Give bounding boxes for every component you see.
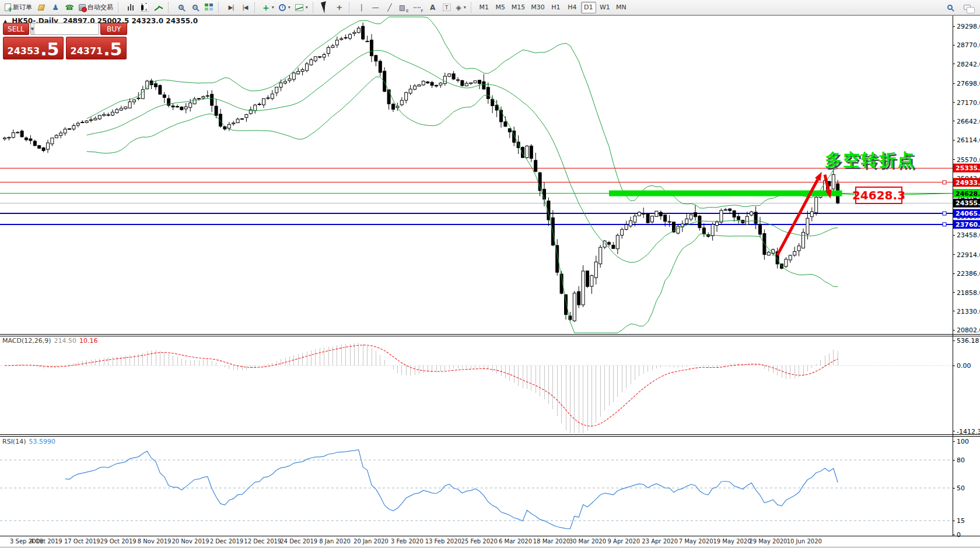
date-label: 4 Oct 2019 [30, 538, 62, 545]
svg-text:25335.7: 25335.7 [956, 164, 980, 172]
date-label: 7 May 2020 [679, 538, 713, 545]
toolbar-separator [218, 2, 222, 13]
svg-text:27698.0: 27698.0 [957, 80, 980, 87]
indicators-icon: + [262, 3, 270, 12]
fibonacci-button[interactable]: F [411, 1, 426, 14]
search-button[interactable] [943, 1, 957, 14]
svg-text:24933.8: 24933.8 [956, 179, 980, 187]
volume-input[interactable] [34, 23, 99, 34]
rsi-indicator-label: RSI(14) 53.5990 [2, 438, 55, 445]
timeframe-button-M1[interactable]: M1 [477, 2, 492, 13]
svg-text:29298.0: 29298.0 [957, 23, 980, 30]
autotrading-button[interactable]: 自动交易 [76, 1, 116, 14]
date-label: 18 Mar 2020 [533, 538, 570, 545]
toolbar-separator [471, 2, 475, 13]
macd-histogram [5, 343, 838, 433]
price-chart-canvas[interactable]: 29298.028770.028242.027698.027170.026642… [0, 0, 980, 548]
timeframe-button-W1[interactable]: W1 [597, 2, 612, 13]
chart-shift-button[interactable]: |◀ [238, 1, 252, 14]
crosshair-button[interactable]: + [332, 1, 346, 14]
timeframe-button-H4[interactable]: H4 [565, 2, 580, 13]
macd-signal-value: 10.16 [79, 337, 98, 345]
auto-scroll-button[interactable]: ▶| [224, 1, 238, 14]
date-label: 6 Mar 2020 [499, 538, 532, 545]
signals-icon: ☎ [65, 4, 74, 11]
horizontal-line-button[interactable]: — [369, 1, 383, 14]
svg-text:23458.0: 23458.0 [957, 231, 980, 239]
indicators-button[interactable]: +▾ [260, 1, 276, 14]
sell-price-display[interactable]: 24353 .5 [3, 37, 64, 59]
svg-text:20802.0: 20802.0 [957, 326, 980, 334]
bar-chart-button[interactable] [124, 1, 138, 14]
chat-button[interactable] [960, 1, 974, 14]
data-window-button[interactable] [34, 1, 48, 14]
fibonacci-icon [414, 7, 421, 8]
timeframe-button-M15[interactable]: M15 [509, 2, 528, 13]
date-label: 9 Apr 2020 [608, 538, 640, 545]
rsi-value: 53.5990 [29, 438, 55, 445]
date-label: 12 Dec 2019 [244, 538, 281, 545]
bar-chart-icon [127, 3, 135, 12]
date-label: 29 May 2020 [749, 538, 787, 545]
date-label: 25 Feb 2020 [461, 538, 498, 545]
annotation-level-box[interactable]: 24628.3 [855, 187, 902, 204]
green-band[interactable] [609, 191, 842, 196]
macd-name: MACD(12,26,9) [2, 337, 51, 345]
templates-icon [295, 4, 303, 11]
volume-stepper: ▼ ▲ [30, 23, 99, 35]
candlestick-chart-button[interactable] [138, 1, 152, 14]
zoom-in-button[interactable]: + [174, 1, 188, 14]
price-axis[interactable]: 29298.028770.028242.027698.027170.026642… [953, 23, 980, 539]
navigator-button[interactable]: ♟ [48, 1, 62, 14]
line-chart-button[interactable] [152, 1, 166, 14]
autotrading-icon [79, 4, 86, 11]
templates-button[interactable]: ▾ [293, 1, 310, 14]
label-button[interactable]: T [440, 1, 454, 14]
date-label: 30 Mar 2020 [569, 538, 606, 545]
date-label: 23 Apr 2020 [642, 538, 678, 545]
zoom-in-icon: + [178, 5, 184, 10]
timeframe-button-MN[interactable]: MN [614, 2, 629, 13]
new-order-button[interactable]: 新订单 [2, 1, 34, 14]
cursor-button[interactable] [318, 1, 332, 14]
svg-text:21858.0: 21858.0 [957, 289, 980, 297]
text-button[interactable]: A [426, 1, 440, 14]
trendline-button[interactable]: ╱ [383, 1, 397, 14]
horizontal-line-icon: — [372, 3, 379, 12]
label-icon: T [443, 3, 451, 11]
macd-main-value: 214.50 [54, 337, 77, 345]
date-axis[interactable]: 3 Sep 20194 Oct 201917 Oct 201929 Oct 20… [10, 538, 822, 545]
vertical-line-button[interactable]: | [355, 1, 369, 14]
channel-button[interactable]: ▨E [397, 1, 411, 14]
autotrading-label: 自动交易 [88, 3, 113, 12]
svg-text:26114.0: 26114.0 [957, 136, 980, 144]
svg-text:15: 15 [957, 517, 965, 525]
annotation-text-cn[interactable]: 多空转折点 [825, 149, 915, 172]
signals-button[interactable]: ☎ [62, 1, 76, 14]
zoom-out-button[interactable]: − [188, 1, 202, 14]
tile-windows-button[interactable] [202, 1, 216, 14]
date-label: 13 Feb 2020 [425, 538, 461, 545]
pane-borders [0, 16, 980, 547]
svg-text:-1412.34: -1412.34 [957, 428, 980, 435]
sell-price-main: 24353 [8, 45, 40, 57]
timeframe-button-H1[interactable]: H1 [548, 2, 564, 13]
svg-text:27170.0: 27170.0 [957, 99, 980, 107]
toolbar-separator [118, 2, 122, 13]
zoom-out-icon: − [192, 5, 198, 10]
sell-button[interactable]: SELL [3, 23, 29, 35]
periods-button[interactable]: ▾ [276, 1, 293, 14]
buy-price-display[interactable]: 24371 .5 [66, 37, 127, 59]
channel-icon: ▨ [399, 3, 405, 12]
timeframe-button-M30[interactable]: M30 [528, 2, 547, 13]
vertical-line-icon: | [360, 3, 363, 12]
buy-price-main: 24371 [71, 45, 103, 57]
buy-button[interactable]: BUY [100, 23, 127, 35]
timeframe-button-M5[interactable]: M5 [493, 2, 508, 13]
svg-text:24628.3: 24628.3 [956, 190, 980, 198]
svg-text:22386.0: 22386.0 [957, 270, 980, 277]
periods-icon [279, 4, 286, 11]
timeframe-button-D1[interactable]: D1 [581, 2, 596, 13]
candlestick-chart-icon [141, 3, 149, 12]
shapes-button[interactable]: ◈▾ [454, 1, 468, 14]
